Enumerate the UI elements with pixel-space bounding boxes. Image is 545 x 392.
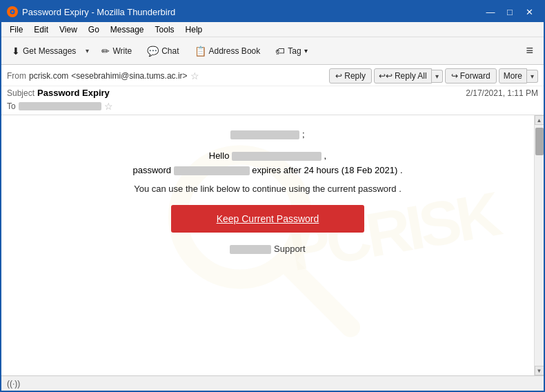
subject-line: Subject Password Expiry 2/17/2021, 1:11 … xyxy=(1,86,544,99)
more-button[interactable]: More xyxy=(499,68,527,84)
menu-file[interactable]: File xyxy=(4,23,28,36)
keep-current-password-button[interactable]: Keep Current Password xyxy=(171,205,364,233)
from-label: From xyxy=(7,71,26,81)
get-messages-group: ⬇ Get Messages ▾ xyxy=(6,42,92,60)
subject-value: Password Expiry xyxy=(37,88,110,98)
main-window: Password Expiry - Mozilla Thunderbird — … xyxy=(0,0,545,392)
thunderbird-icon xyxy=(7,6,18,17)
blurred-support-name xyxy=(230,245,271,254)
support-text: Support xyxy=(274,244,306,254)
scrollbar[interactable]: ▲ ▼ xyxy=(534,115,544,375)
close-button[interactable]: ✕ xyxy=(520,5,538,19)
email-body-container: PCRISK ; Hello , password expires after xyxy=(1,115,544,375)
scroll-down-arrow[interactable]: ▼ xyxy=(535,366,544,375)
reply-all-group: ↩↩ Reply All ▾ xyxy=(374,68,443,84)
scroll-up-arrow[interactable]: ▲ xyxy=(535,115,544,125)
email-body: PCRISK ; Hello , password expires after xyxy=(1,115,534,375)
subject-label: Subject xyxy=(7,88,34,98)
menu-bar: File Edit View Go Message Tools Help xyxy=(1,22,544,37)
to-label: To xyxy=(7,101,16,111)
window-controls: — □ ✕ xyxy=(482,5,538,19)
svg-point-2 xyxy=(11,10,14,13)
tag-icon: 🏷 xyxy=(275,46,285,57)
reply-button[interactable]: ↩ Reply xyxy=(329,68,372,84)
scrollbar-thumb[interactable] xyxy=(535,128,544,155)
tag-dropdown-arrow: ▾ xyxy=(304,47,308,55)
menu-go[interactable]: Go xyxy=(83,23,105,36)
status-bar: ((·)) xyxy=(1,375,544,391)
email-header: From pcrisk.com <sesebrahimi@sina.tums.a… xyxy=(1,65,544,115)
toolbar: ⬇ Get Messages ▾ ✏ Write 💬 Chat 📋 Addres… xyxy=(1,37,544,65)
to-line: To ☆ xyxy=(1,99,544,115)
from-address: <sesebrahimi@sina.tums.ac.ir> xyxy=(71,71,187,81)
menu-help[interactable]: Help xyxy=(180,23,208,36)
tag-button[interactable]: 🏷 Tag ▾ xyxy=(269,42,313,60)
menu-tools[interactable]: Tools xyxy=(150,23,180,36)
email-content: ; Hello , password expires after 24 hour… xyxy=(22,129,513,254)
get-messages-dropdown[interactable]: ▾ xyxy=(82,43,92,58)
reply-all-button[interactable]: ↩↩ Reply All xyxy=(374,68,432,84)
from-name: pcrisk.com xyxy=(29,71,68,81)
write-button[interactable]: ✏ Write xyxy=(95,42,138,60)
hello-line: Hello , xyxy=(22,150,513,161)
forward-icon: ↪ xyxy=(451,71,458,81)
get-messages-icon: ⬇ xyxy=(12,46,20,57)
menu-view[interactable]: View xyxy=(54,23,83,36)
address-book-icon: 📋 xyxy=(195,46,206,57)
notice-text: You can use the link below to continue u… xyxy=(22,184,513,194)
blurred-top-link xyxy=(230,130,299,139)
title-bar: Password Expiry - Mozilla Thunderbird — … xyxy=(1,1,544,22)
address-book-button[interactable]: 📋 Address Book xyxy=(188,42,267,60)
menu-message[interactable]: Message xyxy=(105,23,150,36)
more-group: More ▾ xyxy=(499,68,538,84)
window-title: Password Expiry - Mozilla Thunderbird xyxy=(22,7,175,17)
wifi-icon: ((·)) xyxy=(7,379,20,389)
hamburger-menu-button[interactable]: ≡ xyxy=(519,40,539,61)
chat-button[interactable]: 💬 Chat xyxy=(141,42,185,60)
more-dropdown[interactable]: ▾ xyxy=(527,70,538,83)
from-star-icon[interactable]: ☆ xyxy=(190,70,199,81)
date-value: 2/17/2021, 1:11 PM xyxy=(466,88,538,98)
title-bar-left: Password Expiry - Mozilla Thunderbird xyxy=(7,6,175,17)
reply-all-dropdown[interactable]: ▾ xyxy=(432,70,443,83)
to-address-blurred xyxy=(19,102,101,110)
action-buttons: ↩ Reply ↩↩ Reply All ▾ ↪ Forward More xyxy=(329,68,538,84)
blurred-top-link-line: ; xyxy=(22,129,513,139)
minimize-button[interactable]: — xyxy=(482,5,499,19)
reply-icon: ↩ xyxy=(335,71,342,81)
get-messages-button[interactable]: ⬇ Get Messages xyxy=(6,42,82,60)
keep-current-password-label: Keep Current Password xyxy=(217,213,319,224)
forward-button[interactable]: ↪ Forward xyxy=(445,68,497,84)
chat-icon: 💬 xyxy=(147,46,159,57)
svg-line-4 xyxy=(285,262,350,327)
to-star-icon[interactable]: ☆ xyxy=(104,101,113,112)
semicolon: ; xyxy=(302,129,305,139)
expires-text: expires after 24 hours (18 Feb 2021) . xyxy=(252,165,402,175)
write-icon: ✏ xyxy=(101,46,110,57)
support-line: Support xyxy=(22,244,513,254)
expires-line: password expires after 24 hours (18 Feb … xyxy=(22,165,513,175)
maximize-button[interactable]: □ xyxy=(501,5,519,19)
reply-all-icon: ↩↩ xyxy=(379,71,393,81)
menu-edit[interactable]: Edit xyxy=(28,23,54,36)
from-row: From pcrisk.com <sesebrahimi@sina.tums.a… xyxy=(7,70,199,81)
blurred-password-domain xyxy=(174,166,250,175)
blurred-recipient xyxy=(232,152,321,161)
